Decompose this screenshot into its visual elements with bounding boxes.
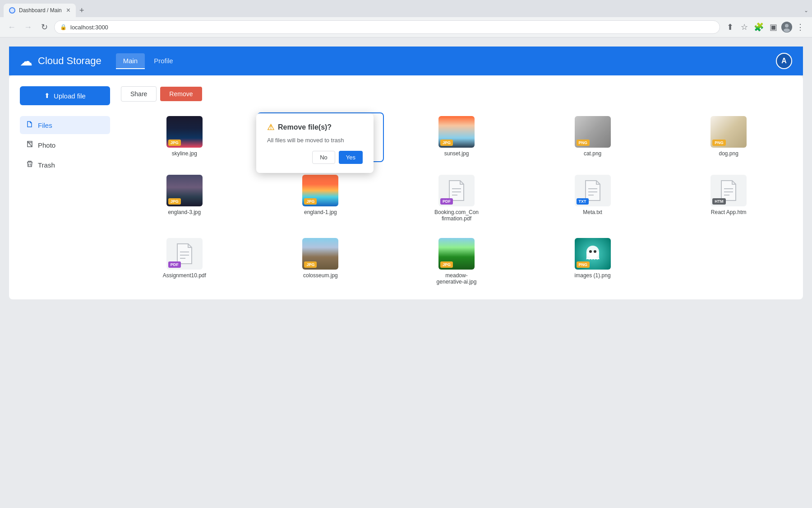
app-navbar: ☁ Cloud Storage Main Profile A	[9, 47, 803, 75]
sidebar-toggle-button[interactable]: ▣	[767, 21, 780, 33]
upload-button[interactable]: ⬆ Upload file	[20, 86, 110, 105]
dialog-message: All files will be moved to trash	[267, 137, 363, 144]
photo-icon	[26, 140, 33, 149]
upload-icon: ⬆	[44, 92, 50, 100]
file-item-england3[interactable]: JPG england-3.jpg	[121, 171, 248, 225]
file-badge-booking: PDF	[440, 198, 453, 205]
sidebar-item-files[interactable]: Files	[20, 116, 110, 134]
dialog-title: ⚠ Remove file(s)?	[267, 122, 363, 132]
file-item-dog[interactable]: PNG dog.png	[665, 112, 792, 162]
file-item-meadow[interactable]: JPG meadow-generative-ai.jpg	[393, 234, 520, 289]
file-name-assignment: Assignment10.pdf	[163, 272, 206, 279]
file-item-skyline[interactable]: JPG skyline.jpg	[121, 112, 248, 162]
file-name-cat: cat.png	[584, 150, 601, 157]
file-thumb-reactapp: HTM	[710, 175, 747, 206]
sidebar-files-label: Files	[38, 121, 52, 129]
share-toolbar-button[interactable]: ⬆	[724, 21, 736, 33]
file-thumb-meadow: JPG	[438, 238, 475, 270]
url-input[interactable]	[70, 24, 714, 31]
back-button[interactable]: ←	[5, 21, 18, 33]
dialog-no-button[interactable]: No	[312, 151, 335, 164]
sidebar-item-photo[interactable]: Photo	[20, 136, 110, 154]
sidebar-trash-label: Trash	[38, 161, 55, 169]
main-content: ⬆ Upload file Files Photo	[9, 75, 803, 299]
file-name-booking: Booking.com_Confirmation.pdf	[434, 209, 479, 222]
svg-point-0	[10, 8, 14, 13]
file-thumb-england3: JPG	[166, 175, 203, 206]
app-logo: ☁ Cloud Storage	[20, 54, 102, 69]
dialog-yes-button[interactable]: Yes	[339, 151, 363, 164]
reload-button[interactable]: ↻	[38, 21, 51, 33]
file-name-reactapp: React App.htm	[711, 209, 747, 215]
ghost-svg	[583, 244, 603, 264]
tab-title: Dashboard / Main	[19, 7, 63, 14]
file-item-ghost[interactable]: PNG images (1).png	[529, 234, 656, 289]
file-thumb-england1: JPG	[302, 175, 338, 206]
file-badge-colosseum: JPG	[304, 261, 317, 268]
svg-point-3	[784, 28, 790, 32]
extensions-button[interactable]: 🧩	[752, 21, 765, 33]
address-bar: 🔒	[54, 20, 720, 34]
file-thumb-meta: TXT	[575, 175, 611, 206]
dialog-title-text: Remove file(s)?	[278, 123, 332, 131]
svg-point-19	[589, 250, 592, 253]
file-badge-sunset: JPG	[440, 140, 453, 146]
file-name-skyline: skyline.jpg	[172, 150, 197, 157]
cloud-icon: ☁	[20, 54, 32, 69]
file-thumb-assignment: PDF	[166, 238, 203, 270]
file-thumb-skyline: JPG	[166, 116, 203, 148]
nav-link-main[interactable]: Main	[116, 53, 145, 69]
nav-link-profile[interactable]: Profile	[147, 53, 180, 69]
file-name-sunset: sunset.jpg	[444, 150, 469, 157]
file-name-england3: england-3.jpg	[168, 209, 201, 215]
new-tab-button[interactable]: +	[76, 6, 88, 15]
file-item-sunset[interactable]: JPG sunset.jpg	[393, 112, 520, 162]
nav-links: Main Profile	[116, 53, 180, 69]
expand-button[interactable]: ⌄	[804, 7, 808, 14]
sidebar: ⬆ Upload file Files Photo	[20, 86, 110, 289]
file-badge-cat: PNG	[577, 140, 590, 146]
file-name-meadow: meadow-generative-ai.jpg	[434, 272, 479, 285]
file-item-colosseum[interactable]: JPG colosseum.jpg	[257, 234, 384, 289]
file-badge-reactapp: HTM	[712, 198, 726, 205]
file-item-meta[interactable]: TXT Meta.txt	[529, 171, 656, 225]
file-name-colosseum: colosseum.jpg	[303, 272, 338, 279]
menu-button[interactable]: ⋮	[794, 21, 807, 33]
file-name-ghost: images (1).png	[575, 272, 611, 279]
file-thumb-ghost: PNG	[575, 238, 611, 270]
file-thumb-colosseum: JPG	[302, 238, 338, 270]
file-badge-england1: JPG	[304, 198, 317, 205]
svg-line-4	[28, 141, 32, 147]
files-grid: JPG skyline.jpg JPG pathway.jpg JPG	[121, 112, 792, 289]
file-name-england1: england-1.jpg	[304, 209, 337, 215]
file-badge-ghost: PNG	[577, 261, 590, 268]
app-name: Cloud Storage	[38, 55, 102, 67]
browser-user-avatar[interactable]	[781, 22, 792, 33]
file-item-booking[interactable]: PDF Booking.com_Confirmation.pdf	[393, 171, 520, 225]
file-thumb-sunset: JPG	[438, 116, 475, 148]
bookmark-button[interactable]: ☆	[738, 21, 751, 33]
close-tab-button[interactable]: ×	[66, 6, 70, 14]
remove-button[interactable]: Remove	[160, 87, 202, 101]
upload-label: Upload file	[54, 92, 86, 100]
svg-point-20	[594, 250, 596, 253]
forward-button[interactable]: →	[22, 21, 34, 33]
file-badge-meadow: JPG	[440, 261, 453, 268]
share-button[interactable]: Share	[121, 86, 157, 102]
sidebar-item-trash[interactable]: Trash	[20, 156, 110, 174]
file-item-reactapp[interactable]: HTM React App.htm	[665, 171, 792, 225]
file-area: Share Remove ⚠ Remove file(s)? All files…	[121, 86, 792, 289]
dialog-buttons: No Yes	[267, 151, 363, 164]
sidebar-photo-label: Photo	[38, 141, 55, 149]
sidebar-nav: Files Photo Trash	[20, 116, 110, 174]
file-thumb-booking: PDF	[438, 175, 475, 206]
user-avatar-nav[interactable]: A	[776, 53, 792, 69]
file-item-assignment[interactable]: PDF Assignment10.pdf	[121, 234, 248, 289]
file-badge-assignment: PDF	[168, 261, 181, 268]
tab-favicon	[9, 7, 15, 14]
browser-tab[interactable]: Dashboard / Main ×	[4, 4, 76, 17]
trash-icon	[26, 160, 33, 169]
file-item-england1[interactable]: JPG england-1.jpg	[257, 171, 384, 225]
file-item-cat[interactable]: PNG cat.png	[529, 112, 656, 162]
file-badge-meta: TXT	[577, 198, 589, 205]
